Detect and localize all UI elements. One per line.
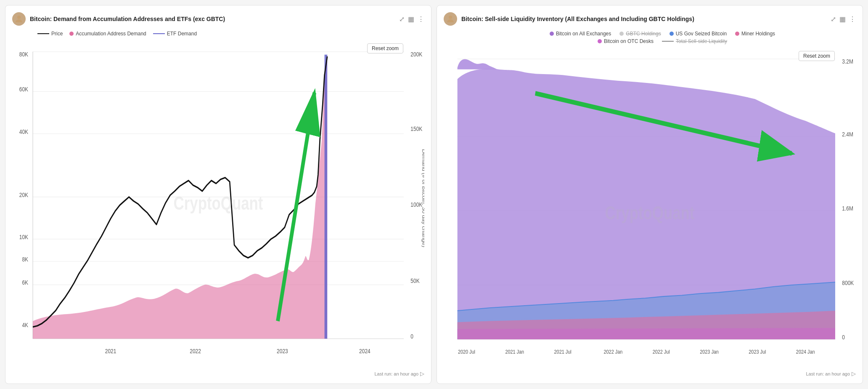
- svg-point-32: [449, 16, 452, 19]
- legend-gbtc: GBTC Holdings: [619, 31, 661, 37]
- table-icon-1[interactable]: ▦: [408, 15, 414, 23]
- svg-text:2023: 2023: [277, 348, 288, 355]
- svg-text:800K: 800K: [842, 280, 854, 287]
- svg-text:2021 Jan: 2021 Jan: [505, 349, 524, 355]
- card-header-1: Bitcoin: Demand from Accumulation Addres…: [12, 12, 424, 26]
- svg-text:10K: 10K: [19, 234, 28, 241]
- svg-text:2022: 2022: [190, 348, 201, 355]
- legend-2: Bitcoin on All Exchanges GBTC Holdings U…: [444, 31, 856, 44]
- menu-icon-2[interactable]: ⋮: [849, 15, 856, 23]
- legend-otc: Bitcoin on OTC Desks: [598, 38, 654, 44]
- svg-point-0: [17, 16, 21, 19]
- svg-rect-28: [325, 55, 328, 339]
- legend-price: Price: [37, 31, 63, 37]
- avatar-1: [12, 12, 26, 26]
- chart-area-2: Reset zoom 3.2M 2.4M 1.6M 800K 0 2020 Ju…: [444, 48, 856, 368]
- svg-text:2024 Jan: 2024 Jan: [796, 349, 815, 355]
- legend-1: Price Accumulation Address Demand ETF De…: [12, 31, 424, 37]
- legend-accum: Accumulation Address Demand: [69, 31, 146, 37]
- svg-text:2021 Jul: 2021 Jul: [554, 349, 572, 355]
- svg-text:2022 Jul: 2022 Jul: [653, 349, 670, 355]
- svg-text:0: 0: [410, 333, 413, 340]
- svg-text:8K: 8K: [22, 256, 28, 263]
- expand-icon-1[interactable]: ⤢: [399, 15, 405, 23]
- svg-text:Demand (# of Bitcoin, 30 day c: Demand (# of Bitcoin, 30 day change): [421, 149, 424, 247]
- legend-all-exchanges: Bitcoin on All Exchanges: [550, 31, 611, 37]
- svg-text:4K: 4K: [22, 321, 28, 328]
- chart-card-2: Bitcoin: Sell-side Liquidity Inventory (…: [437, 5, 863, 384]
- chart-area-1: Reset zoom 80K 60K 40K 20K 10K 8K 6K 4K …: [12, 40, 424, 368]
- card-header-2: Bitcoin: Sell-side Liquidity Inventory (…: [444, 12, 856, 26]
- svg-text:3.2M: 3.2M: [842, 58, 853, 65]
- play-icon-1[interactable]: ▷: [420, 370, 424, 377]
- avatar-2: [444, 12, 457, 26]
- header-icons-2: ⤢ ▦ ⋮: [831, 15, 856, 23]
- svg-text:2023 Jan: 2023 Jan: [700, 349, 719, 355]
- chart-card-1: Bitcoin: Demand from Accumulation Addres…: [5, 5, 431, 384]
- svg-text:50K: 50K: [410, 277, 419, 285]
- svg-text:2023 Jul: 2023 Jul: [749, 349, 766, 355]
- svg-text:40K: 40K: [19, 128, 28, 135]
- svg-text:CryptoQuant: CryptoQuant: [605, 202, 695, 223]
- svg-text:80K: 80K: [19, 51, 28, 58]
- chart-title-2: Bitcoin: Sell-side Liquidity Inventory (…: [461, 16, 826, 22]
- last-run-2: Last run: an hour ago ▷: [444, 370, 856, 377]
- legend-etf: ETF Demand: [153, 31, 197, 37]
- chart-title-1: Bitcoin: Demand from Accumulation Addres…: [30, 16, 395, 22]
- play-icon-2[interactable]: ▷: [852, 370, 856, 377]
- svg-text:2.4M: 2.4M: [842, 131, 853, 138]
- last-run-1: Last run: an hour ago ▷: [12, 370, 424, 377]
- svg-text:CryptoQuant: CryptoQuant: [174, 193, 263, 213]
- legend-miner: Miner Holdings: [735, 31, 775, 37]
- chart-svg-1: 80K 60K 40K 20K 10K 8K 6K 4K 200K 150K 1…: [12, 40, 424, 368]
- table-icon-2[interactable]: ▦: [839, 15, 846, 23]
- svg-text:60K: 60K: [19, 86, 28, 93]
- reset-zoom-btn-1[interactable]: Reset zoom: [367, 43, 403, 53]
- svg-text:20K: 20K: [19, 191, 28, 198]
- header-icons-1: ⤢ ▦ ⋮: [399, 15, 424, 23]
- svg-text:2020 Jul: 2020 Jul: [458, 349, 475, 355]
- svg-text:150K: 150K: [410, 125, 422, 132]
- svg-text:6K: 6K: [22, 279, 28, 286]
- legend-usgov: US Gov Seized Bitcoin: [670, 31, 727, 37]
- svg-text:2021: 2021: [105, 348, 116, 355]
- menu-icon-1[interactable]: ⋮: [418, 15, 424, 23]
- expand-icon-2[interactable]: ⤢: [831, 15, 836, 23]
- svg-text:200K: 200K: [410, 51, 422, 58]
- svg-text:0: 0: [842, 334, 845, 341]
- svg-text:2024: 2024: [359, 348, 370, 355]
- legend-total: Total Sell-side Liquidity: [662, 38, 727, 44]
- reset-zoom-btn-2[interactable]: Reset zoom: [799, 51, 835, 61]
- chart-svg-2: 3.2M 2.4M 1.6M 800K 0 2020 Jul 2021 Jan …: [444, 48, 856, 368]
- svg-text:1.6M: 1.6M: [842, 205, 853, 212]
- svg-text:2022 Jan: 2022 Jan: [604, 349, 623, 355]
